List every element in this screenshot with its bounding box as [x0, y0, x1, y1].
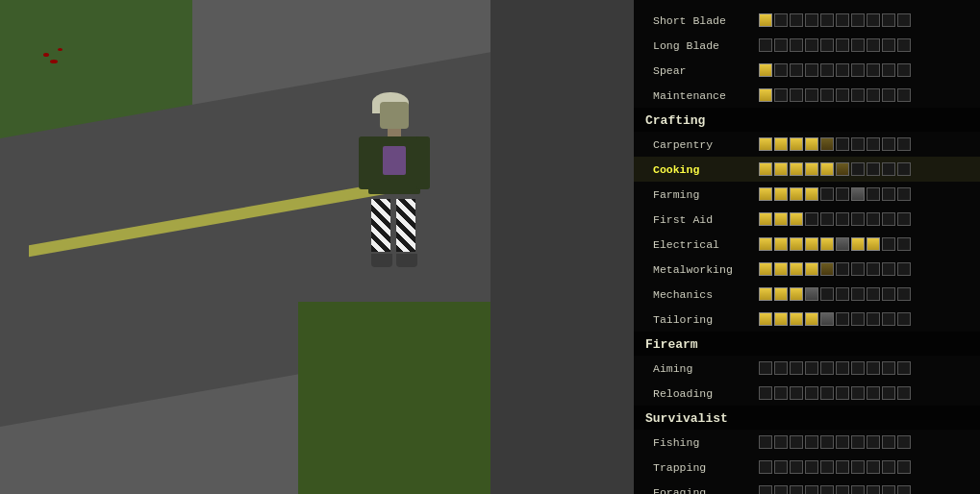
bar-cell	[805, 88, 818, 102]
bar-cell	[897, 13, 911, 27]
bar-cell	[820, 460, 834, 474]
bars-mechanics	[759, 287, 911, 301]
bar-cell	[851, 485, 865, 494]
bar-cell	[759, 262, 772, 276]
bars-first-aid	[759, 212, 911, 226]
bar-cell	[851, 88, 865, 102]
bars-reloading	[759, 386, 911, 400]
game-world	[0, 0, 490, 494]
bar-cell	[897, 63, 911, 77]
skill-name-carpentry: Carpentry	[653, 138, 759, 151]
bar-cell	[820, 361, 834, 375]
bar-cell	[867, 361, 880, 375]
bar-cell	[774, 187, 788, 201]
bar-cell	[759, 13, 772, 27]
bar-cell	[820, 187, 834, 201]
skill-name-metalworking: Metalworking	[653, 263, 759, 276]
skill-row-aiming: Aiming	[634, 356, 980, 381]
bar-cell	[805, 361, 818, 375]
bar-cell	[820, 162, 834, 176]
bar-cell	[882, 212, 895, 226]
bar-cell	[867, 237, 880, 251]
skill-row-short-blade: Short Blade	[634, 8, 980, 33]
bar-cell	[867, 435, 880, 449]
bar-cell	[897, 38, 911, 52]
bar-cell	[820, 262, 834, 276]
bar-cell	[805, 137, 818, 151]
bar-cell	[790, 187, 803, 201]
bar-cell	[897, 237, 911, 251]
bar-cell	[897, 212, 911, 226]
bar-cell	[851, 13, 865, 27]
bar-cell	[836, 312, 849, 326]
bar-cell	[805, 162, 818, 176]
bar-cell	[897, 485, 911, 494]
bar-cell	[882, 187, 895, 201]
bar-cell	[790, 312, 803, 326]
bar-cell	[867, 63, 880, 77]
bar-cell	[759, 137, 772, 151]
bar-cell	[836, 162, 849, 176]
bar-cell	[820, 435, 834, 449]
bars-metalworking	[759, 262, 911, 276]
bar-cell	[790, 237, 803, 251]
bar-cell	[805, 287, 818, 301]
bar-cell	[774, 162, 788, 176]
bar-cell	[805, 63, 818, 77]
bar-cell	[774, 88, 788, 102]
bar-cell	[820, 312, 834, 326]
bar-cell	[836, 435, 849, 449]
bar-cell	[774, 237, 788, 251]
skill-name-reloading: Reloading	[653, 387, 759, 400]
bar-cell	[759, 386, 772, 400]
skill-row-tailoring: Tailoring	[634, 307, 980, 332]
firearm-header: Firearm	[634, 332, 980, 356]
skill-row-mechanics: Mechanics	[634, 282, 980, 307]
bar-cell	[790, 361, 803, 375]
skill-name-mechanics: Mechanics	[653, 288, 759, 301]
bar-cell	[867, 38, 880, 52]
bar-cell	[882, 460, 895, 474]
bar-cell	[820, 63, 834, 77]
bar-cell	[836, 63, 849, 77]
bar-cell	[790, 485, 803, 494]
bar-cell	[790, 386, 803, 400]
bar-cell	[882, 287, 895, 301]
bar-cell	[774, 212, 788, 226]
bar-cell	[790, 212, 803, 226]
survivalist-header: Survivalist	[634, 406, 980, 430]
bar-cell	[759, 312, 772, 326]
bar-cell	[851, 460, 865, 474]
skill-row-reloading: Reloading	[634, 381, 980, 406]
bar-cell	[836, 38, 849, 52]
skill-name-maintenance: Maintenance	[653, 89, 759, 102]
bar-cell	[882, 386, 895, 400]
bar-cell	[867, 212, 880, 226]
skill-name-cooking: Cooking	[653, 163, 759, 176]
bar-cell	[836, 13, 849, 27]
bar-cell	[882, 435, 895, 449]
bars-short-blade	[759, 13, 911, 27]
bar-cell	[851, 187, 865, 201]
bars-cooking	[759, 162, 911, 176]
skill-row-fishing: Fishing	[634, 430, 980, 455]
bar-cell	[882, 137, 895, 151]
bar-cell	[882, 312, 895, 326]
char-chest-detail	[383, 146, 406, 175]
bar-cell	[836, 237, 849, 251]
skill-row-electrical: Electrical	[634, 232, 980, 257]
bar-cell	[759, 88, 772, 102]
bar-cell	[805, 38, 818, 52]
bar-cell	[851, 435, 865, 449]
bar-cell	[759, 38, 772, 52]
bar-cell	[820, 38, 834, 52]
bar-cell	[851, 63, 865, 77]
bar-cell	[897, 435, 911, 449]
bar-cell	[820, 287, 834, 301]
bar-cell	[790, 13, 803, 27]
skill-name-fishing: Fishing	[653, 436, 759, 449]
bar-cell	[759, 485, 772, 494]
bar-cell	[882, 13, 895, 27]
bar-cell	[897, 262, 911, 276]
bar-cell	[851, 287, 865, 301]
